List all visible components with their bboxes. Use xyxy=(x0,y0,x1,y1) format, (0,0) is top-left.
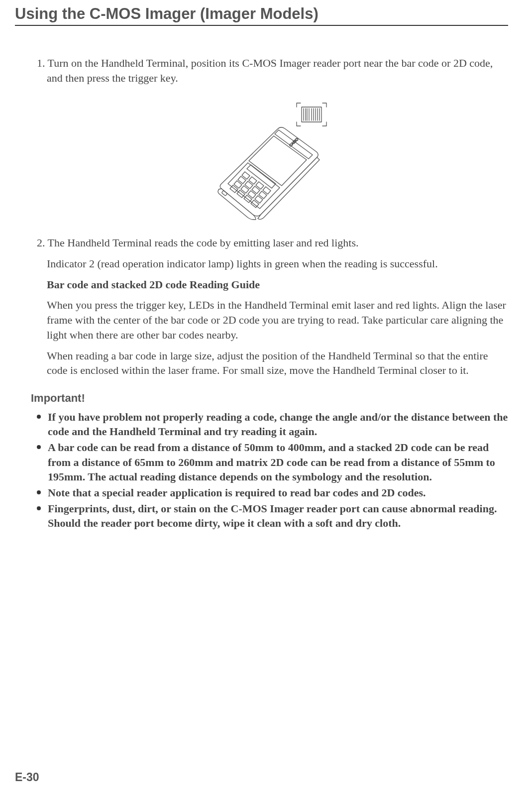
important-item: If you have problem not properly reading… xyxy=(37,410,508,439)
device-illustration: CASIO xyxy=(208,100,337,225)
body-content: 1. Turn on the Handheld Terminal, positi… xyxy=(15,56,508,531)
manual-page: Using the C-MOS Imager (Imager Models) 1… xyxy=(0,0,532,806)
step-2-line-1: 2. The Handheld Terminal reads the code … xyxy=(37,235,508,250)
step-2-subheading: Bar code and stacked 2D code Reading Gui… xyxy=(37,277,508,292)
important-item: Fingerprints, dust, dirt, or stain on th… xyxy=(37,501,508,531)
step-2-line-3: When you press the trigger key, LEDs in … xyxy=(37,298,508,342)
page-number: E-30 xyxy=(15,771,39,784)
important-heading: Important! xyxy=(31,391,508,406)
step-2-line-4: When reading a bar code in large size, a… xyxy=(37,348,508,378)
important-list: If you have problem not properly reading… xyxy=(37,410,508,531)
step-2-section: 2. The Handheld Terminal reads the code … xyxy=(37,235,508,378)
important-item: A bar code can be read from a distance o… xyxy=(37,440,508,484)
important-item: Note that a special reader application i… xyxy=(37,485,508,500)
page-title: Using the C-MOS Imager (Imager Models) xyxy=(15,5,508,26)
step-1-text: 1. Turn on the Handheld Terminal, positi… xyxy=(37,56,508,85)
step-2-line-2: Indicator 2 (read operation indicator la… xyxy=(37,256,508,271)
